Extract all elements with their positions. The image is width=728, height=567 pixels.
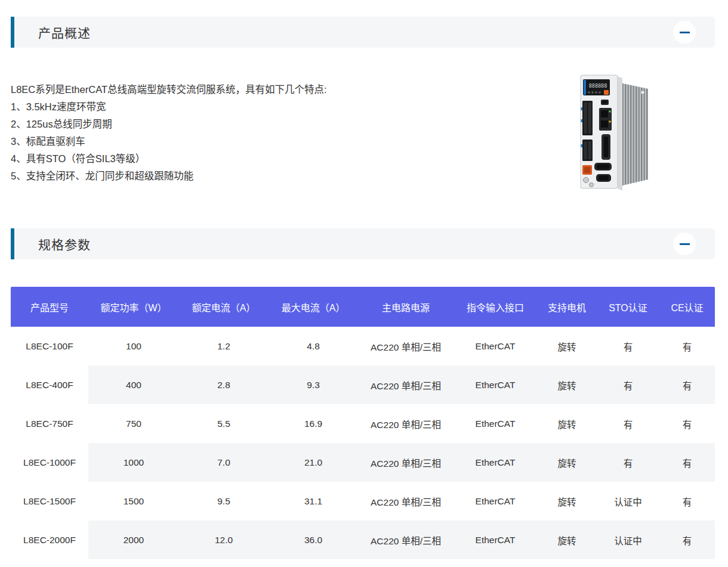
section-header-overview: 产品概述 — [11, 17, 715, 48]
table-cell: 有 — [597, 443, 659, 482]
product-image: 888888 — [576, 73, 653, 195]
table-row: L8EC-400F4002.89.3AC220 单相/三相EtherCAT旋转有… — [11, 365, 715, 404]
table-cell: AC220 单相/三相 — [358, 482, 454, 520]
table-cell: 认证中 — [597, 520, 659, 559]
overview-intro: L8EC系列是EtherCAT总线高端型旋转交流伺服系统，具有如下几个特点: — [11, 81, 327, 98]
table-cell: 12.0 — [179, 520, 269, 559]
table-row: L8EC-2000F200012.036.0AC220 单相/三相EtherCA… — [11, 520, 715, 559]
collapse-specs-button[interactable] — [673, 233, 696, 255]
table-cell: EtherCAT — [454, 443, 537, 482]
table-cell: 有 — [597, 404, 659, 443]
table-cell: EtherCAT — [454, 404, 537, 443]
table-cell: 5.5 — [179, 404, 269, 443]
model-cell: L8EC-1000F — [11, 443, 88, 482]
table-cell: AC220 单相/三相 — [358, 327, 454, 365]
table-body: L8EC-100F1001.24.8AC220 单相/三相EtherCAT旋转有… — [11, 327, 715, 559]
table-cell: EtherCAT — [454, 327, 537, 365]
column-header: 支持电机 — [537, 287, 597, 327]
table-cell: 旋转 — [537, 482, 597, 520]
table-header-row: 产品型号额定功率（W）额定电流（A）最大电流（A）主电路电源指令输入接口支持电机… — [11, 287, 715, 327]
table-row: L8EC-100F1001.24.8AC220 单相/三相EtherCAT旋转有… — [11, 327, 715, 365]
table-cell: AC220 单相/三相 — [358, 443, 454, 482]
table-cell: 有 — [659, 482, 715, 520]
model-cell: L8EC-100F — [11, 327, 88, 365]
minus-icon — [680, 243, 690, 245]
table-cell: 1000 — [88, 443, 179, 482]
spec-section: 规格参数 产品型号额定功率（W）额定电流（A）最大电流（A）主电路电源指令输入接… — [0, 228, 728, 559]
table-row: L8EC-1000F10007.021.0AC220 单相/三相EtherCAT… — [11, 443, 715, 482]
table-cell: 旋转 — [537, 365, 597, 404]
column-header: 产品型号 — [11, 287, 88, 327]
table-cell: 有 — [597, 327, 659, 365]
table-cell: 31.1 — [269, 482, 358, 520]
table-row: L8EC-1500F15009.531.1AC220 单相/三相EtherCAT… — [11, 482, 715, 520]
table-cell: 36.0 — [269, 520, 358, 559]
table-cell: 2000 — [88, 520, 179, 559]
feature-item: 5、支持全闭环、龙门同步和超级跟随功能 — [11, 168, 327, 185]
column-header: 最大电流（A） — [269, 287, 358, 327]
product-page: 产品概述 L8EC系列是EtherCAT总线高端型旋转交流伺服系统，具有如下几个… — [0, 0, 728, 559]
table-cell: 旋转 — [537, 404, 597, 443]
model-cell: L8EC-400F — [11, 365, 88, 404]
table-cell: 旋转 — [537, 327, 597, 365]
column-header: STO认证 — [597, 287, 659, 327]
feature-item: 2、125us总线同步周期 — [11, 116, 327, 133]
table-cell: 4.8 — [269, 327, 358, 365]
table-cell: 有 — [597, 365, 659, 404]
model-cell: L8EC-1500F — [11, 482, 88, 520]
table-cell: 21.0 — [269, 443, 358, 482]
spec-table: 产品型号额定功率（W）额定电流（A）最大电流（A）主电路电源指令输入接口支持电机… — [11, 287, 715, 559]
column-header: CE认证 — [659, 287, 715, 327]
feature-item: 4、具有STO（符合SIL3等级） — [11, 150, 327, 168]
table-cell: AC220 单相/三相 — [358, 520, 454, 559]
collapse-overview-button[interactable] — [673, 21, 696, 44]
table-cell: AC220 单相/三相 — [358, 404, 454, 443]
overview-content: L8EC系列是EtherCAT总线高端型旋转交流伺服系统，具有如下几个特点: 1… — [11, 81, 715, 195]
table-cell: 9.3 — [269, 365, 358, 404]
table-cell: 750 — [88, 404, 179, 443]
table-cell: 9.5 — [179, 482, 269, 520]
table-cell: AC220 单相/三相 — [358, 365, 454, 404]
feature-list: 1、3.5kHz速度环带宽2、125us总线同步周期3、标配直驱刹车4、具有ST… — [11, 98, 327, 185]
column-header: 指令输入接口 — [454, 287, 537, 327]
column-header: 额定功率（W） — [88, 287, 179, 327]
table-cell: 旋转 — [537, 520, 597, 559]
feature-item: 1、3.5kHz速度环带宽 — [11, 98, 327, 116]
model-cell: L8EC-750F — [11, 404, 88, 443]
table-cell: EtherCAT — [454, 482, 537, 520]
minus-icon — [680, 32, 690, 33]
table-cell: 16.9 — [269, 404, 358, 443]
table-cell: 有 — [659, 443, 715, 482]
table-cell: 认证中 — [597, 482, 659, 520]
table-cell: 7.0 — [179, 443, 269, 482]
table-cell: 有 — [659, 404, 715, 443]
table-cell: EtherCAT — [454, 520, 537, 559]
section-header-specs: 规格参数 — [11, 228, 715, 259]
table-cell: 有 — [659, 520, 715, 559]
svg-text:888888: 888888 — [589, 83, 607, 89]
overview-text-block: L8EC系列是EtherCAT总线高端型旋转交流伺服系统，具有如下几个特点: 1… — [11, 81, 327, 185]
table-cell: 100 — [88, 327, 179, 365]
section-title-specs: 规格参数 — [38, 235, 91, 253]
column-header: 主电路电源 — [358, 287, 454, 327]
table-cell: 旋转 — [537, 443, 597, 482]
model-cell: L8EC-2000F — [11, 520, 88, 559]
table-cell: 400 — [88, 365, 179, 404]
table-cell: 2.8 — [179, 365, 269, 404]
table-cell: 有 — [659, 365, 715, 404]
table-cell: 1500 — [88, 482, 179, 520]
table-cell: 1.2 — [179, 327, 269, 365]
column-header: 额定电流（A） — [179, 287, 269, 327]
servo-drive-illustration: 888888 — [576, 73, 653, 195]
table-cell: 有 — [659, 327, 715, 365]
table-row: L8EC-750F7505.516.9AC220 单相/三相EtherCAT旋转… — [11, 404, 715, 443]
feature-item: 3、标配直驱刹车 — [11, 133, 327, 150]
table-cell: EtherCAT — [454, 365, 537, 404]
section-title-overview: 产品概述 — [38, 23, 91, 41]
